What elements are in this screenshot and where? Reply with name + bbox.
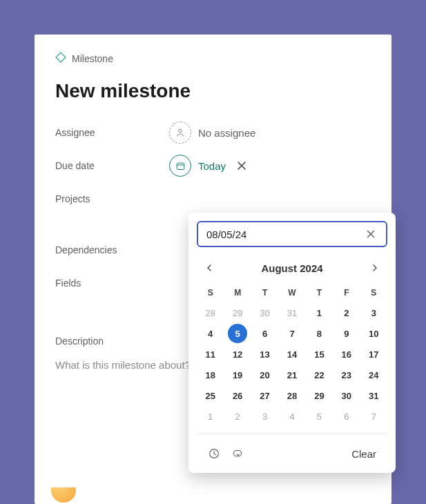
calendar-day[interactable]: 4: [197, 323, 224, 344]
calendar-day[interactable]: 20: [251, 365, 278, 385]
person-icon: [169, 122, 191, 144]
calendar-day[interactable]: 12: [224, 344, 251, 365]
month-year-label[interactable]: August 2024: [261, 262, 322, 274]
calendar-day[interactable]: 5: [306, 406, 333, 427]
calendar-day[interactable]: 3: [360, 302, 387, 323]
calendar-day[interactable]: 18: [197, 365, 224, 385]
calendar-day[interactable]: 29: [224, 302, 251, 323]
calendar-day[interactable]: 27: [251, 385, 278, 406]
calendar-day[interactable]: 2: [333, 302, 360, 323]
fields-label: Fields: [55, 278, 169, 289]
due-date-value[interactable]: Today: [198, 160, 226, 172]
calendar-day[interactable]: 13: [251, 344, 278, 365]
day-of-week-header: M: [224, 283, 251, 302]
day-of-week-header: W: [278, 283, 305, 302]
calendar-day[interactable]: 24: [360, 365, 387, 385]
calendar-day[interactable]: 8: [306, 323, 333, 344]
milestone-icon: [55, 52, 66, 65]
calendar-day[interactable]: 15: [306, 344, 333, 365]
calendar-grid: SMTWTFS282930311234567891011121314151617…: [197, 283, 387, 427]
projects-row: Projects: [55, 185, 371, 213]
date-picker-header: August 2024: [197, 257, 387, 283]
calendar-day[interactable]: 1: [306, 302, 333, 323]
calendar-day[interactable]: 29: [306, 385, 333, 406]
prev-month-button[interactable]: [200, 258, 219, 278]
calendar-day[interactable]: 6: [251, 323, 278, 344]
calendar-day[interactable]: 17: [360, 344, 387, 365]
calendar-day[interactable]: 22: [306, 365, 333, 385]
date-input[interactable]: [206, 229, 364, 240]
calendar-day[interactable]: 7: [278, 323, 305, 344]
calendar-day[interactable]: 21: [278, 365, 305, 385]
repeat-icon[interactable]: [226, 444, 249, 463]
time-icon[interactable]: [202, 444, 226, 463]
calendar-icon[interactable]: [169, 155, 191, 177]
calendar-day[interactable]: 3: [251, 406, 278, 427]
description-label: Description: [55, 336, 169, 347]
day-of-week-header: T: [306, 283, 333, 302]
calendar-day[interactable]: 16: [333, 344, 360, 365]
date-input-wrap: [197, 221, 387, 247]
assignee-row: Assignee No assignee: [55, 119, 371, 146]
calendar-day[interactable]: 9: [333, 323, 360, 344]
page-title: New milestone: [55, 80, 371, 102]
calendar-day[interactable]: 10: [360, 323, 387, 344]
date-picker-popover: August 2024 SMTWTFS282930311234567891011…: [188, 213, 396, 473]
day-of-week-header: S: [197, 283, 224, 302]
calendar-day[interactable]: 28: [197, 302, 224, 323]
projects-label: Projects: [55, 193, 169, 204]
calendar-day[interactable]: 1: [197, 406, 224, 427]
assignee-value: No assignee: [198, 127, 255, 139]
clear-due-date-button[interactable]: [233, 157, 251, 175]
calendar-day[interactable]: 30: [251, 302, 278, 323]
next-month-button[interactable]: [365, 258, 385, 278]
calendar-day[interactable]: 2: [224, 406, 251, 427]
calendar-day[interactable]: 31: [278, 302, 305, 323]
clear-date-button[interactable]: Clear: [346, 445, 382, 463]
due-date-row: Due date Today: [55, 152, 371, 180]
due-date-label: Due date: [55, 160, 169, 171]
calendar-day[interactable]: 30: [333, 385, 360, 406]
day-of-week-header: S: [360, 283, 387, 302]
calendar-day[interactable]: 14: [278, 344, 305, 365]
calendar-day[interactable]: 31: [360, 385, 387, 406]
avatar: [51, 478, 76, 503]
type-badge-label: Milestone: [72, 53, 113, 64]
svg-rect-1: [177, 163, 184, 169]
day-of-week-header: F: [333, 283, 360, 302]
calendar-day[interactable]: 23: [333, 365, 360, 385]
calendar-day[interactable]: 6: [333, 406, 360, 427]
calendar-day[interactable]: 11: [197, 344, 224, 365]
new-milestone-panel: Milestone New milestone Assignee No assi…: [35, 35, 391, 504]
clear-input-button[interactable]: [364, 227, 378, 241]
dependencies-label: Dependencies: [55, 244, 169, 255]
svg-point-0: [179, 129, 182, 133]
day-of-week-header: T: [251, 283, 278, 302]
calendar-day[interactable]: 19: [224, 365, 251, 385]
calendar-day[interactable]: 7: [360, 406, 387, 427]
assignee-picker[interactable]: No assignee: [169, 122, 255, 144]
calendar-day[interactable]: 28: [278, 385, 305, 406]
calendar-day-selected[interactable]: 5: [228, 324, 247, 343]
type-badge: Milestone: [55, 52, 371, 65]
assignee-label: Assignee: [55, 127, 169, 138]
date-picker-footer: Clear: [197, 434, 387, 473]
calendar-day[interactable]: 25: [197, 385, 224, 406]
calendar-day[interactable]: 26: [224, 385, 251, 406]
calendar-day[interactable]: 4: [278, 406, 305, 427]
